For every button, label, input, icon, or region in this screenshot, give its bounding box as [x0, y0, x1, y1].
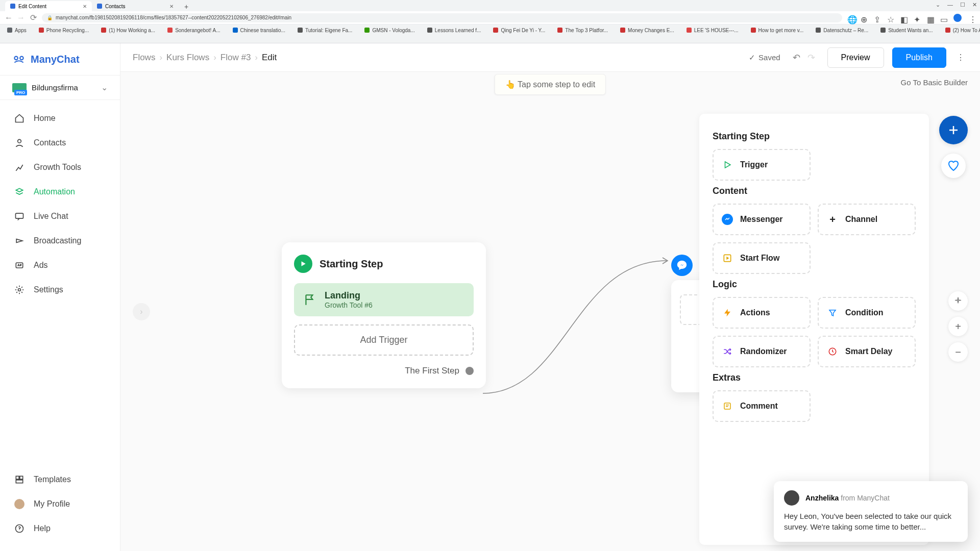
profile-avatar[interactable] — [953, 14, 962, 22]
bookmarks-bar: AppsPhone Recycling...(1) How Working a.… — [0, 24, 980, 36]
bookmark-item[interactable]: GMSN - Vologda... — [364, 28, 414, 33]
bolt-icon — [722, 307, 733, 318]
sidebar-item-live-chat[interactable]: Live Chat — [0, 204, 120, 229]
panel-item-messenger[interactable]: Messenger — [713, 204, 811, 235]
chat-sender-suffix: from ManyChat — [841, 494, 890, 502]
heart-icon — [947, 160, 960, 172]
flow-canvas[interactable]: › Starting Step Landing Growth Tool #6 A… — [120, 72, 980, 551]
url-input[interactable]: 🔒 manychat.com/fb19815020819206118/cms/f… — [42, 13, 842, 22]
reading-icon[interactable]: ▭ — [940, 15, 946, 21]
note-icon — [722, 400, 733, 412]
bookmark-item[interactable]: Qing Fei De Yi - Y... — [493, 28, 545, 33]
landing-trigger-box[interactable]: Landing Growth Tool #6 — [294, 283, 474, 316]
panel-item-smart-delay[interactable]: Smart Delay — [818, 336, 916, 367]
collapse-chevron[interactable]: › — [133, 303, 150, 320]
bookmark-item[interactable]: Sonderangebot! A... — [167, 28, 220, 33]
heart-fab[interactable] — [941, 154, 966, 178]
browser-tab[interactable]: Contacts ✕ — [92, 1, 179, 11]
sidebar-item-label: My Profile — [34, 499, 70, 509]
grid-icon[interactable]: ▦ — [927, 15, 933, 21]
minimize-icon[interactable]: — — [947, 2, 953, 8]
new-tab-button[interactable]: + — [182, 2, 191, 11]
add-trigger-button[interactable]: Add Trigger — [294, 324, 474, 356]
bookmark-item[interactable]: Apps — [7, 28, 27, 33]
bookmark-item[interactable]: How to get more v... — [751, 28, 804, 33]
bookmark-label: Apps — [15, 28, 27, 33]
bookmark-item[interactable]: LEE 'S HOUSE---... — [687, 28, 739, 33]
sidebar-item-settings[interactable]: Settings — [0, 278, 120, 302]
section-title: Starting Step — [713, 131, 916, 142]
section-title: Extras — [713, 372, 916, 383]
puzzle-icon[interactable]: ✦ — [914, 15, 920, 21]
bookmark-label: LEE 'S HOUSE---... — [694, 28, 739, 33]
bookmark-item[interactable]: Lessons Learned f... — [427, 28, 481, 33]
undo-icon[interactable]: ↶ — [793, 52, 800, 63]
close-icon[interactable]: ✕ — [972, 2, 977, 8]
sidebar-item-automation[interactable]: Automation — [0, 180, 120, 204]
browser-tab-active[interactable]: Edit Content ✕ — [5, 1, 92, 11]
reload-icon[interactable]: ⟳ — [30, 14, 37, 21]
panel-item-start-flow[interactable]: Start Flow — [713, 242, 811, 274]
panel-item-actions[interactable]: Actions — [713, 297, 811, 329]
bookmark-item[interactable]: Money Changes E... — [620, 28, 674, 33]
breadcrumb-item[interactable]: Flow #3 — [220, 53, 251, 63]
close-icon[interactable]: ✕ — [83, 4, 87, 9]
zoom-in-fab[interactable]: + — [948, 317, 968, 336]
preview-button[interactable]: Preview — [827, 47, 884, 68]
zoom-icon[interactable]: ⊕ — [861, 15, 867, 21]
item-label: Actions — [740, 308, 770, 317]
chevron-down-icon[interactable]: ⌄ — [936, 2, 940, 8]
zoom-out-fab[interactable]: − — [948, 342, 968, 362]
breadcrumb-item[interactable]: Flows — [133, 53, 155, 63]
sidebar-item-templates[interactable]: Templates — [0, 467, 120, 492]
bookmark-item[interactable]: Phone Recycling... — [39, 28, 89, 33]
logo[interactable]: ManyChat — [0, 53, 120, 75]
translate-icon[interactable]: 🌐 — [847, 15, 853, 21]
bookmark-label: (2) How To Add A... — [953, 28, 980, 33]
kebab-icon[interactable]: ⋮ — [953, 53, 968, 62]
bookmark-item[interactable]: Student Wants an... — [880, 28, 933, 33]
sidebar-item-my-profile[interactable]: My Profile — [0, 492, 120, 516]
redo-icon[interactable]: ↷ — [807, 52, 815, 63]
bookmark-item[interactable]: (2) How To Add A... — [945, 28, 980, 33]
forward-icon[interactable]: → — [17, 14, 24, 21]
star-icon[interactable]: ☆ — [887, 15, 893, 21]
chat-popup[interactable]: Anzhelika from ManyChat Hey Leon, You've… — [774, 481, 968, 542]
maximize-icon[interactable]: ☐ — [960, 2, 965, 8]
kebab-icon[interactable]: ⋮ — [969, 15, 975, 21]
sidebar-item-label: Home — [34, 114, 56, 123]
sidebar-item-ads[interactable]: Ads — [0, 253, 120, 278]
publish-button[interactable]: Publish — [892, 47, 946, 68]
sidebar-item-contacts[interactable]: Contacts — [0, 131, 120, 155]
messenger-icon — [722, 214, 733, 225]
account-switcher[interactable]: PRO Bildungsfirma ⌄ — [0, 75, 120, 100]
breadcrumb-item[interactable]: Kurs Flows — [166, 53, 209, 63]
close-icon[interactable]: ✕ — [169, 4, 174, 9]
panel-item-condition[interactable]: Condition — [818, 297, 916, 329]
sidebar-item-broadcasting[interactable]: Broadcasting — [0, 229, 120, 253]
item-label: Comment — [740, 402, 778, 411]
sidebar-item-help[interactable]: Help — [0, 516, 120, 541]
bookmark-item[interactable]: (1) How Working a... — [101, 28, 155, 33]
bookmark-item[interactable]: The Top 3 Platfor... — [557, 28, 608, 33]
starting-step-card[interactable]: Starting Step Landing Growth Tool #6 Add… — [282, 242, 486, 388]
bookmark-item[interactable]: Chinese translatio... — [233, 28, 285, 33]
extension-icon[interactable]: ◧ — [900, 15, 906, 21]
messenger-node[interactable] — [671, 255, 693, 276]
bookmark-item[interactable]: Tutorial: Eigene Fa... — [298, 28, 352, 33]
sidebar-item-home[interactable]: Home — [0, 106, 120, 131]
connection-port[interactable] — [465, 367, 474, 375]
back-icon[interactable]: ← — [5, 14, 12, 21]
panel-item-channel[interactable]: + Channel — [818, 204, 916, 235]
add-fab[interactable] — [939, 116, 968, 144]
bookmark-favicon-icon — [816, 28, 821, 33]
sidebar-item-growth-tools[interactable]: Growth Tools — [0, 155, 120, 180]
bookmark-item[interactable]: Datenschutz – Re... — [816, 28, 868, 33]
panel-item-trigger[interactable]: Trigger — [713, 149, 811, 181]
logo-text: ManyChat — [31, 54, 80, 65]
panel-item-randomizer[interactable]: Randomizer — [713, 336, 811, 367]
share-icon[interactable]: ⇪ — [874, 15, 880, 21]
panel-item-comment[interactable]: Comment — [713, 390, 811, 422]
bookmark-favicon-icon — [620, 28, 625, 33]
magic-fab[interactable] — [948, 291, 968, 311]
